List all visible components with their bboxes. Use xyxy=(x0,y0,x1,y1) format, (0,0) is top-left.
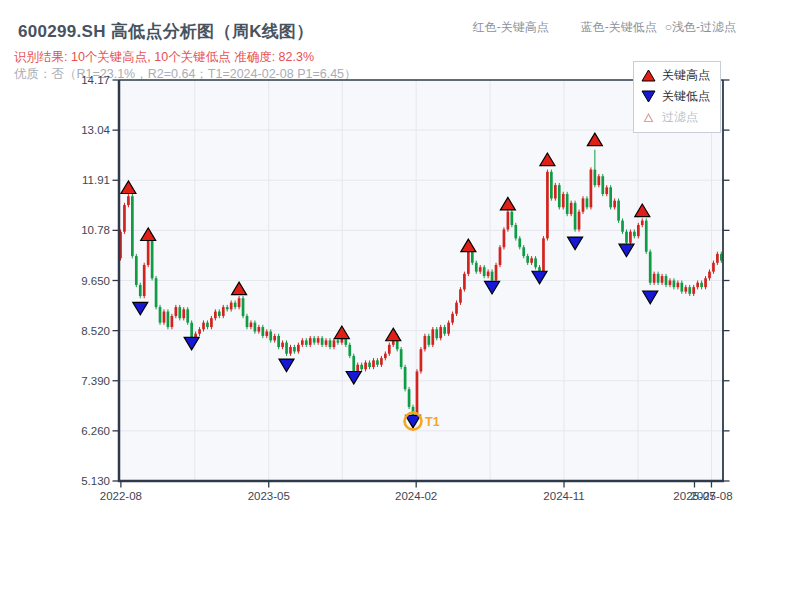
svg-text:2023-05: 2023-05 xyxy=(248,490,290,502)
legend-label-key-high: 关键高点 xyxy=(662,67,710,84)
svg-text:7.390: 7.390 xyxy=(81,375,110,387)
svg-text:9.650: 9.650 xyxy=(81,275,110,287)
color-key-light: ○浅色-过滤点 xyxy=(665,19,736,36)
page-title: 600299.SH 高低点分析图（周K线图） xyxy=(18,20,314,43)
filtered-point-triangle-icon xyxy=(641,111,656,124)
legend-item-key-high[interactable]: 关键高点 xyxy=(641,65,714,86)
color-key-note: 红色-关键高点 蓝色-关键低点 ○浅色-过滤点 xyxy=(473,19,736,36)
svg-text:2022-08: 2022-08 xyxy=(100,490,142,502)
legend-item-filtered[interactable]: 过滤点 xyxy=(641,107,714,128)
svg-text:6.260: 6.260 xyxy=(81,425,110,437)
recognition-result-text: 识别结果: 10个关键高点, 10个关键低点 准确度: 82.3% xyxy=(14,49,314,66)
svg-text:11.91: 11.91 xyxy=(82,174,110,186)
legend-label-key-low: 关键低点 xyxy=(662,88,710,105)
svg-text:14.17: 14.17 xyxy=(81,74,110,86)
svg-text:10.78: 10.78 xyxy=(81,224,110,236)
svg-text:13.04: 13.04 xyxy=(81,124,110,136)
svg-text:2024-02: 2024-02 xyxy=(395,490,437,502)
svg-text:5.130: 5.130 xyxy=(81,475,110,487)
svg-text:8.520: 8.520 xyxy=(81,325,110,337)
legend-label-filtered: 过滤点 xyxy=(662,109,698,126)
legend-item-key-low[interactable]: 关键低点 xyxy=(641,86,714,107)
svg-text:T1: T1 xyxy=(425,415,440,429)
color-key-red: 红色-关键高点 xyxy=(473,19,549,36)
app-root: { "header": { "title": "600299.SH 高低点分析图… xyxy=(0,0,800,600)
svg-text:2025-08: 2025-08 xyxy=(690,490,732,502)
key-low-triangle-icon xyxy=(641,90,656,103)
color-key-blue: 蓝色-关键低点 xyxy=(581,19,657,36)
svg-text:2024-11: 2024-11 xyxy=(543,490,584,502)
chart-legend: 关键高点 关键低点 过滤点 xyxy=(633,61,721,133)
key-high-triangle-icon xyxy=(641,69,656,82)
